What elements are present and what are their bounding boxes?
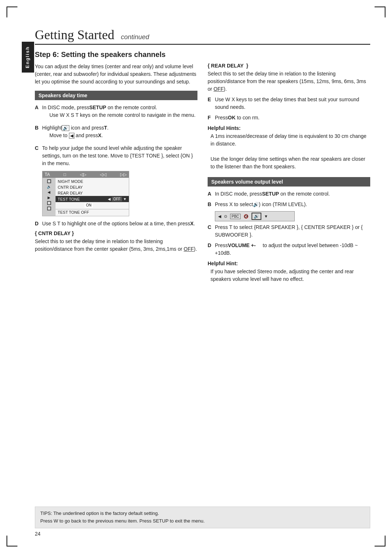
icon-vol: 🔈: [47, 185, 51, 189]
menu-main-col: NIGHT MODE CNTR DELAY REAR DELAY TEST TO…: [56, 178, 129, 216]
menu-row-cntr: CNTR DELAY: [56, 184, 129, 190]
night-mode-label: NIGHT MODE: [58, 179, 127, 184]
icon-extra: 🔲: [47, 206, 51, 210]
step-f-letter: F: [208, 114, 213, 122]
menu-icon-ta: TA: [45, 172, 50, 177]
arrow-down: ▼: [123, 197, 127, 201]
menu-icon-next: ▷▷: [120, 172, 127, 177]
tips-bar: TIPS: The underlined option is the facto…: [35, 507, 370, 528]
delay-step-e: E Use W X keys to set the delay times th…: [208, 96, 370, 111]
corner-mark-br: [375, 536, 385, 546]
tips-line2: Press W to go back to the previous menu …: [40, 517, 365, 525]
rear-delay-heading: { REAR DELAY }: [208, 63, 370, 69]
step-b-text: Highlight🔊 icon and pressT. Move to ◀ an…: [42, 124, 197, 142]
volume-section-bar: Speakers volume output level: [208, 177, 370, 187]
menu-icons-col: 🔲 🔈 ◀ ▶ 🔲 🔲: [42, 178, 56, 216]
page-subtitle: continued: [121, 33, 149, 41]
page-number: 24: [35, 531, 41, 537]
vol-step-d: D PressVOLUME +- to adjust the output le…: [208, 242, 370, 257]
page-title: Getting Started: [35, 27, 114, 42]
delay-step-f: F PressOK to con rm.: [208, 114, 370, 122]
menu-icon-box: □: [64, 172, 66, 177]
menu-body: 🔲 🔈 ◀ ▶ 🔲 🔲 NIGHT MODE CNTR DELAY: [42, 178, 129, 216]
vol-step-c-letter: C: [208, 224, 213, 239]
vol-step-b-text: Press X to select🔊) icon (TRIM LEVEL).: [215, 201, 370, 208]
menu-row-bottom: TEST TONE OFF: [56, 209, 129, 215]
menu-row-on: ON: [56, 202, 129, 208]
step-b-letter: B: [35, 124, 40, 142]
delay-section-bar: Speakers delay time: [35, 91, 197, 100]
menu-row-rear: REAR DELAY: [56, 190, 129, 196]
vol-step-a: A In DISC mode, pressSETUP on the remote…: [208, 190, 370, 198]
menu-top-bar: TA □ ◁▷ ◁◁ ▷▷: [42, 171, 129, 178]
two-column-layout: You can adjust the delay times (center a…: [35, 63, 370, 283]
delay-step-d: D Use S T to highlight one of the option…: [35, 220, 197, 228]
icon-fwd: 🔲: [47, 201, 51, 205]
move-icon: ◀: [69, 133, 74, 139]
arrow-left: ◀: [108, 197, 111, 201]
icon-f: 🔲: [47, 179, 51, 183]
icon-back: ◀: [48, 190, 50, 194]
menu-icon-arrows: ◁▷: [80, 172, 86, 177]
right-column: { REAR DELAY } Select this to set the de…: [208, 63, 370, 283]
vol-step-b: B Press X to select🔊) icon (TRIM LEVEL).: [208, 201, 370, 208]
trim-icon-arrow: ◀: [218, 214, 221, 219]
step-b-substep: Move to ◀ and pressX.: [49, 132, 197, 139]
cntr-delay-heading: { CNTR DELAY }: [35, 230, 197, 236]
trim-icon-vol: 🔊: [252, 213, 261, 220]
off-box: OFF: [112, 197, 122, 201]
test-tone-value: ◀ OFF ▼: [108, 197, 127, 201]
step-c-text: To help your judge the sound level while…: [42, 144, 197, 167]
vol-step-d-letter: D: [208, 242, 213, 257]
vol-step-c: C Press T to select {REAR SPEAKER }, { C…: [208, 224, 370, 239]
left-column: You can adjust the delay times (center a…: [35, 63, 197, 283]
rear-off-underline: OFF: [213, 86, 224, 92]
vol-step-b-letter: B: [208, 201, 213, 208]
step-a-substep: Use W X S T keys on the remote control t…: [49, 111, 197, 119]
step-c-letter: C: [35, 144, 40, 167]
vol-hint-text: If you have selected Stereo mode, adjust…: [211, 268, 370, 283]
trim-icon-pbc: PBC: [230, 214, 241, 219]
language-tab: English: [22, 42, 34, 73]
vol-step-d-text: PressVOLUME +- to adjust the output leve…: [215, 242, 370, 257]
step-a-letter: A: [35, 104, 40, 121]
intro-paragraph: You can adjust the delay times (center a…: [35, 63, 197, 86]
vol-hint-heading: Helpful Hint:: [208, 261, 370, 266]
on-box: ON: [85, 203, 93, 208]
vol-step-c-text: Press T to select {REAR SPEAKER }, { CEN…: [215, 224, 370, 239]
delay-step-a: A In DISC mode, pressSETUP on the remote…: [35, 104, 197, 121]
corner-mark-tl: [7, 7, 17, 17]
test-tone-off-label: TEST TONE OFF: [58, 210, 127, 214]
trim-arrow-down: ▼: [264, 214, 268, 218]
hints-text: A 1ms increase/decrease of delay time is…: [211, 132, 370, 171]
rear-delay-label: REAR DELAY: [58, 191, 127, 195]
menu-row-test-tone: TEST TONE ◀ OFF ▼: [56, 196, 129, 202]
icon-play: ▶: [48, 196, 50, 200]
step-heading: Step 6: Setting the speakers channels: [35, 50, 370, 59]
trim-icon-mute: 🔇: [244, 214, 249, 219]
step-e-letter: E: [208, 96, 213, 111]
corner-mark-tr: [375, 7, 385, 17]
header-rule: [35, 44, 370, 45]
step-f-text: PressOK to con rm.: [215, 114, 370, 122]
menu-diagram: TA □ ◁▷ ◁◁ ▷▷ 🔲 🔈 ◀ ▶ 🔲 🔲: [42, 171, 129, 216]
highlight-icon: 🔊: [62, 125, 69, 131]
cntr-off-underline: OFF: [184, 246, 194, 252]
menu-icon-prev: ◁◁: [100, 172, 106, 177]
delay-step-b: B Highlight🔊 icon and pressT. Move to ◀ …: [35, 124, 197, 142]
step-d-text: Use S T to highlight one of the options …: [42, 220, 197, 228]
step-d-letter: D: [35, 220, 40, 228]
menu-row-night: NIGHT MODE: [56, 179, 129, 184]
trim-icon-circle: ⊙: [224, 214, 227, 219]
rear-delay-desc: Select this to set the delay time in rel…: [208, 70, 370, 93]
delay-step-c: C To help your judge the sound level whi…: [35, 144, 197, 167]
cntr-delay-desc: Select this to set the delay time in rel…: [35, 238, 197, 253]
tips-line1: TIPS: The underlined option is the facto…: [40, 510, 365, 517]
step-a-text: In DISC mode, pressSETUP on the remote c…: [42, 104, 197, 121]
cntr-delay-label: CNTR DELAY: [58, 185, 127, 189]
vol-step-a-letter: A: [208, 190, 213, 198]
page-header: Getting Started continued: [35, 27, 370, 42]
main-content: Getting Started continued Step 6: Settin…: [35, 27, 370, 526]
vol-step-a-text: In DISC mode, pressSETUP on the remote c…: [215, 190, 370, 198]
trim-diagram: ◀ ⊙ PBC 🔇 🔊 ▼: [215, 211, 295, 221]
